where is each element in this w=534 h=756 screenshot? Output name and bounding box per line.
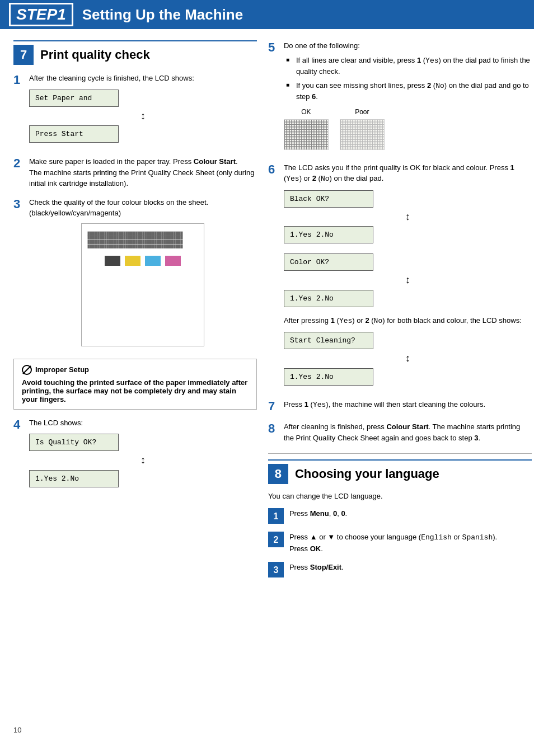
lcd-yes-no-6c: 1.Yes 2.No [284, 368, 373, 386]
step-7-text: Press 1 (Yes), the machine will then sta… [284, 400, 485, 408]
step-2-number: 2 [13, 156, 29, 171]
step-7: 7 Press 1 (Yes), the machine will then s… [268, 399, 532, 414]
step-6-black-lcd: Black OK? ↕ 1.Yes 2.No [284, 188, 532, 246]
step-6-number: 6 [268, 162, 284, 177]
step-6-content: The LCD asks you if the print quality is… [284, 162, 532, 391]
main-content: 7 Print quality check 1 After the cleani… [0, 29, 534, 597]
step-3-number: 3 [13, 197, 29, 212]
step-1-text: After the cleaning cycle is finished, th… [29, 74, 194, 82]
step-7-content: Press 1 (Yes), the machine will then sta… [284, 399, 532, 411]
step-8-text: After cleaning is finished, press Colour… [284, 422, 520, 442]
quality-ok-item: OK [284, 107, 329, 150]
quality-poor-image [340, 119, 385, 150]
step-8-content: After cleaning is finished, press Colour… [284, 421, 532, 443]
section-divider [268, 453, 532, 454]
step-2: 2 Make sure paper is loaded in the paper… [13, 156, 257, 189]
step-8-number: 8 [268, 421, 284, 436]
section7-heading: 7 Print quality check [13, 40, 257, 65]
step-6-text: The LCD asks you if the print quality is… [284, 163, 514, 183]
step-1-lcd: Set Paper and ↕ Press Start [29, 87, 257, 145]
step-3-subtext: (black/yellow/cyan/magenta) [29, 209, 121, 217]
step-6-color-lcd: Color OK? ↕ 1.Yes 2.No [284, 251, 532, 309]
quality-ok-image [284, 119, 329, 150]
color-block-yellow [125, 256, 140, 266]
step-7-number: 7 [268, 399, 284, 414]
lcd-start-cleaning: Start Cleaning? [284, 332, 373, 349]
quality-ok-label: OK [301, 107, 311, 117]
step-2-content: Make sure paper is loaded in the paper t… [29, 156, 257, 189]
step-3-content: Check the quality of the four colour blo… [29, 197, 257, 351]
page-header: STEP1 Setting Up the Machine [0, 0, 534, 29]
section8-step-1-text: Press Menu, 0, 0. [289, 509, 347, 518]
section8-heading: 8 Choosing your language [268, 459, 532, 484]
quality-poor-item: Poor [340, 107, 385, 150]
lcd-arrow-6c: ↕ [284, 353, 532, 365]
section8-step-2: 2 Press ▲ or ▼ to choose your language (… [268, 532, 532, 554]
step-5-number: 5 [268, 40, 284, 55]
step-6-final-lcd: Start Cleaning? ↕ 1.Yes 2.No [284, 330, 532, 388]
lcd-is-quality: Is Quality OK? [29, 434, 119, 451]
color-blocks [105, 256, 181, 266]
right-column: 5 Do one of the following: If all lines … [268, 40, 532, 585]
step-badge: STEP1 [9, 3, 73, 26]
lcd-yes-no-6b: 1.Yes 2.No [284, 290, 373, 307]
step-1-number: 1 [13, 73, 29, 87]
step-6: 6 The LCD asks you if the print quality … [268, 162, 532, 391]
page-footer: 10 [13, 726, 21, 734]
section8-step-1-content: Press Menu, 0, 0. [289, 508, 532, 519]
section8-step-3-content: Press Stop/Exit. [289, 562, 532, 573]
section8-step-2-content: Press ▲ or ▼ to choose your language (En… [289, 532, 532, 554]
warning-heading: Improper Setup [35, 365, 89, 374]
step-4: 4 The LCD shows: Is Quality OK? ↕ 1.Yes … [13, 417, 257, 493]
color-block-black [105, 256, 120, 266]
step-6-after-text: After pressing 1 (Yes) or 2 (No) for bot… [284, 315, 532, 327]
step-4-lcd: Is Quality OK? ↕ 1.Yes 2.No [29, 431, 257, 490]
step-1: 1 After the cleaning cycle is finished, … [13, 73, 257, 148]
lcd-color-ok: Color OK? [284, 253, 373, 271]
section8-intro: You can change the LCD language. [268, 492, 532, 500]
section8-number: 8 [268, 464, 288, 484]
warning-box: Improper Setup Avoid touching the printe… [13, 359, 257, 410]
color-block-cyan [145, 256, 161, 266]
section8-step-2-text: Press ▲ or ▼ to choose your language (En… [289, 533, 497, 553]
lcd-yes-no-4: 1.Yes 2.No [29, 470, 119, 487]
section7-title: Print quality check [40, 48, 150, 62]
color-block-magenta [165, 256, 181, 266]
section8-step-3-number: 3 [268, 562, 284, 577]
section8-step-3: 3 Press Stop/Exit. [268, 562, 532, 577]
section7-number: 7 [13, 45, 34, 65]
step-5-bullets: If all lines are clear and visible, pres… [286, 55, 532, 102]
quality-row: OK Poor [284, 107, 532, 150]
header-title: Setting Up the Machine [82, 6, 243, 24]
print-sample-lines: ████████████████████████████████████████… [87, 232, 198, 249]
lcd-black-ok: Black OK? [284, 190, 373, 208]
step-1-content: After the cleaning cycle is finished, th… [29, 73, 257, 148]
step-5-intro: Do one of the following: [284, 41, 360, 50]
lcd-press-start: Press Start [29, 125, 119, 143]
page-number: 10 [13, 726, 21, 734]
print-sample: ████████████████████████████████████████… [81, 223, 204, 346]
bullet-2: If you can see missing short lines, pres… [286, 80, 532, 102]
warning-body: Avoid touching the printed surface of th… [22, 378, 249, 403]
step-4-text: The LCD shows: [29, 419, 83, 427]
lcd-arrow-1: ↕ [29, 110, 257, 123]
no-sign-icon [22, 365, 32, 375]
step-3: 3 Check the quality of the four colour b… [13, 197, 257, 351]
section8-step-2-number: 2 [268, 532, 284, 547]
step-8: 8 After cleaning is finished, press Colo… [268, 421, 532, 443]
step-2-subtext: The machine starts printing the Print Qu… [29, 168, 254, 188]
lcd-yes-no-6a: 1.Yes 2.No [284, 226, 373, 243]
lcd-arrow-6a: ↕ [284, 211, 532, 223]
lcd-arrow-4: ↕ [29, 454, 257, 467]
quality-poor-label: Poor [355, 107, 369, 117]
step-3-text: Check the quality of the four colour blo… [29, 198, 208, 206]
step-2-text: Make sure paper is loaded in the paper t… [29, 157, 238, 166]
bullet-1: If all lines are clear and visible, pres… [286, 55, 532, 77]
lcd-set-paper: Set Paper and [29, 90, 119, 107]
section8-step-3-text: Press Stop/Exit. [289, 563, 344, 571]
left-column: 7 Print quality check 1 After the cleani… [13, 40, 257, 585]
step-5-content: Do one of the following: If all lines ar… [284, 40, 532, 154]
section8-title: Choosing your language [295, 467, 439, 481]
step-4-number: 4 [13, 417, 29, 432]
lcd-arrow-6b: ↕ [284, 274, 532, 287]
